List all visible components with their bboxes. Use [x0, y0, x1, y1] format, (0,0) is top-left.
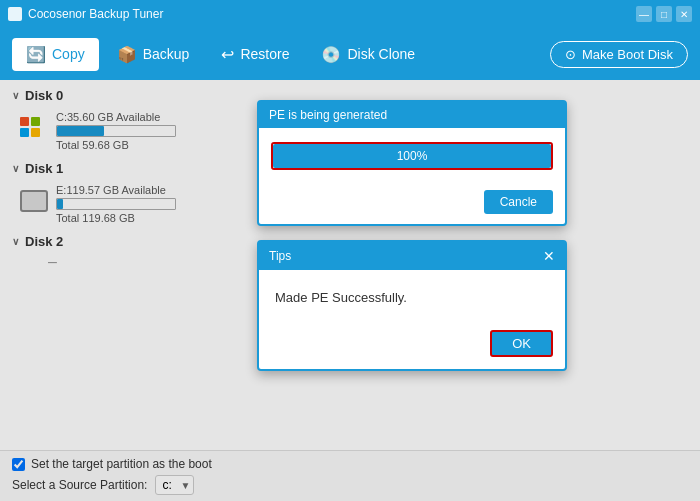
- minimize-button[interactable]: —: [636, 6, 652, 22]
- close-button[interactable]: ✕: [676, 6, 692, 22]
- pe-generation-dialog: PE is being generated 100% Cancle: [257, 100, 567, 226]
- pe-dialog-body: 100%: [259, 128, 565, 190]
- restore-icon: ↩: [221, 45, 234, 64]
- maximize-button[interactable]: □: [656, 6, 672, 22]
- tips-dialog: Tips ✕ Made PE Successfully. OK: [257, 240, 567, 371]
- tips-dialog-footer: OK: [259, 330, 565, 369]
- app-icon: [8, 7, 22, 21]
- tips-dialog-body: Made PE Successfully.: [259, 270, 565, 330]
- restore-button[interactable]: ↩ Restore: [207, 38, 303, 71]
- toolbar: 🔄 Copy 📦 Backup ↩ Restore 💿 Disk Clone ⊙…: [0, 28, 700, 80]
- tips-dialog-header: Tips ✕: [259, 242, 565, 270]
- copy-icon: 🔄: [26, 45, 46, 64]
- make-boot-icon: ⊙: [565, 47, 576, 62]
- progress-label: 100%: [397, 149, 428, 163]
- tips-close-button[interactable]: ✕: [543, 248, 555, 264]
- cancel-button[interactable]: Cancle: [484, 190, 553, 214]
- progress-bar-container: 100%: [271, 142, 553, 170]
- tips-message: Made PE Successfully.: [275, 290, 407, 305]
- main-content: ∨ Disk 0 C:35.60 GB Available: [0, 80, 700, 501]
- disk-clone-button[interactable]: 💿 Disk Clone: [307, 38, 429, 71]
- ok-button[interactable]: OK: [490, 330, 553, 357]
- app-title: Cocosenor Backup Tuner: [28, 7, 163, 21]
- pe-dialog-header: PE is being generated: [259, 102, 565, 128]
- backup-button[interactable]: 📦 Backup: [103, 38, 204, 71]
- make-boot-button[interactable]: ⊙ Make Boot Disk: [550, 41, 688, 68]
- disk-clone-icon: 💿: [321, 45, 341, 64]
- backup-icon: 📦: [117, 45, 137, 64]
- title-bar: Cocosenor Backup Tuner — □ ✕: [0, 0, 700, 28]
- copy-button[interactable]: 🔄 Copy: [12, 38, 99, 71]
- pe-dialog-footer: Cancle: [259, 190, 565, 224]
